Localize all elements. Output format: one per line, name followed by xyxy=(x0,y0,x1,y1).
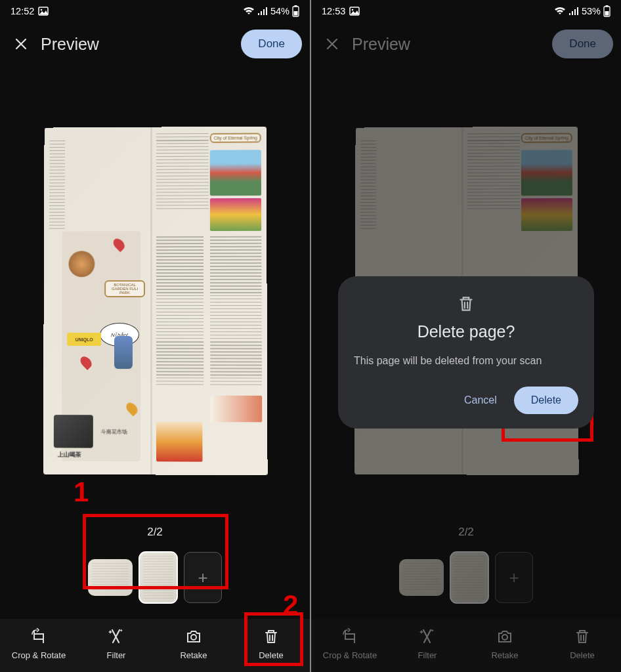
scan-image[interactable]: City of Eternal Spring BOTANICAL GARDEN … xyxy=(43,126,268,475)
page-counter: 2/2 xyxy=(0,520,310,548)
caption-market: 斗南花市场 xyxy=(101,428,127,435)
illustration-dj xyxy=(54,415,93,448)
trash-icon xyxy=(263,628,280,645)
camera-icon xyxy=(185,628,202,645)
photo-food xyxy=(156,421,202,461)
battery-icon xyxy=(292,5,299,17)
crop-rotate-button[interactable]: Crop & Rotate xyxy=(0,628,77,660)
signal-icon xyxy=(257,7,268,16)
add-page-button[interactable]: + xyxy=(184,552,222,603)
crop-rotate-icon xyxy=(30,628,47,645)
wifi-icon xyxy=(243,7,255,16)
dialog-scrim[interactable]: Delete page? This page will be deleted f… xyxy=(311,0,621,672)
svg-rect-4 xyxy=(294,11,298,16)
delete-dialog: Delete page? This page will be deleted f… xyxy=(338,276,594,429)
callout-uniqlo: UNIQLO xyxy=(67,332,101,345)
caption-tea: 上山喝茶 xyxy=(58,450,81,459)
picture-icon xyxy=(38,7,49,16)
bottom-nav: Crop & Rotate Filter Retake Delete xyxy=(0,619,310,672)
retake-button[interactable]: Retake xyxy=(155,628,232,660)
filter-icon xyxy=(108,628,125,645)
dialog-delete-button[interactable]: Delete xyxy=(514,387,578,414)
thumbnail-page-2[interactable] xyxy=(139,552,177,603)
svg-point-1 xyxy=(41,9,43,11)
callout-garden: BOTANICAL GARDEN FULI PARK xyxy=(104,280,145,297)
status-bar: 12:52 54% xyxy=(0,0,310,22)
illustration-bagel xyxy=(68,251,95,277)
status-time: 12:52 xyxy=(11,6,34,16)
done-button[interactable]: Done xyxy=(241,30,302,58)
delete-button[interactable]: Delete xyxy=(232,628,310,660)
dialog-body: This page will be deleted from your scan xyxy=(354,353,578,368)
illustration-person xyxy=(114,336,133,369)
phone-right: 12:53 53% Preview Done City of Eternal S… xyxy=(311,0,621,672)
callout-eternal-spring: City of Eternal Spring xyxy=(210,133,261,142)
header: Preview Done xyxy=(0,22,310,66)
thumbnail-page-1[interactable] xyxy=(88,559,133,596)
filter-button[interactable]: Filter xyxy=(77,628,155,660)
thumbnail-row: + xyxy=(0,548,310,619)
photo-bowl xyxy=(210,395,262,422)
close-button[interactable] xyxy=(8,31,34,57)
preview-area: City of Eternal Spring BOTANICAL GARDEN … xyxy=(0,66,310,520)
dialog-cancel-button[interactable]: Cancel xyxy=(459,388,502,413)
page-title: Preview xyxy=(41,35,241,54)
svg-point-5 xyxy=(191,635,196,640)
photo-house xyxy=(210,150,261,196)
phone-left: 12:52 54% Preview Done City of Eternal S… xyxy=(0,0,310,672)
trash-icon xyxy=(354,295,578,313)
photo-flowers xyxy=(210,198,261,230)
battery-pct: 54% xyxy=(270,6,289,16)
dialog-title: Delete page? xyxy=(354,322,578,341)
